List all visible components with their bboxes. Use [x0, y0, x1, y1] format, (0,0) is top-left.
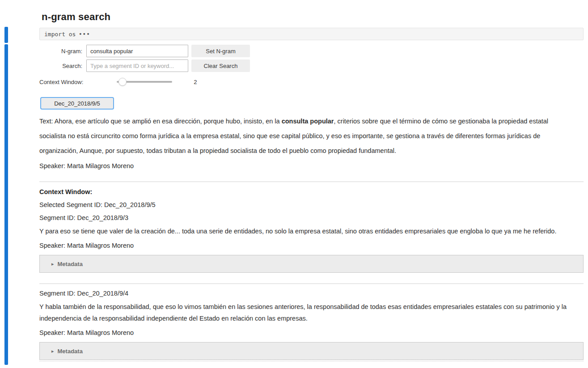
- metadata-accordion[interactable]: ▸ Metadata: [39, 255, 584, 273]
- segment-speaker: Speaker: Marta Milagros Moreno: [39, 242, 584, 249]
- ngram-label: N-gram:: [39, 48, 86, 55]
- context-segment: Segment ID: Dec_20_2018/9/4 Y habla tamb…: [39, 290, 584, 360]
- divider: [39, 182, 584, 182]
- metadata-accordion[interactable]: ▸ Metadata: [39, 342, 584, 360]
- ngram-input[interactable]: [86, 45, 188, 57]
- slider-handle[interactable]: [118, 78, 127, 86]
- result-text-prefix: Text: Ahora, ese artículo que se amplió …: [39, 118, 282, 125]
- context-window-label: Context Window:: [39, 79, 83, 85]
- metadata-accordion-label: Metadata: [58, 348, 83, 355]
- triangle-right-icon: ▸: [51, 348, 54, 354]
- search-row: Search: Clear Search: [39, 59, 584, 72]
- segment-id: Segment ID: Dec_20_2018/9/3: [39, 214, 584, 221]
- context-window-heading: Context Window:: [39, 188, 584, 195]
- divider: [39, 283, 584, 284]
- segment-id: Segment ID: Dec_20_2018/9/4: [39, 290, 584, 297]
- search-input[interactable]: [86, 59, 188, 72]
- output-cell-indicator-bar[interactable]: [4, 44, 8, 365]
- set-ngram-button[interactable]: Set N-gram: [191, 45, 250, 57]
- result-speaker: Speaker: Marta Milagros Moreno: [39, 161, 584, 171]
- widget-area: N-gram: Set N-gram Search: Clear Search …: [39, 45, 584, 364]
- context-segment: Segment ID: Dec_20_2018/9/3 Y para eso s…: [39, 214, 584, 273]
- page-title: n-gram search: [42, 11, 110, 23]
- ngram-highlight: consulta popular: [282, 118, 334, 125]
- next-cell-divider: [39, 361, 584, 364]
- metadata-accordion-label: Metadata: [58, 261, 83, 267]
- code-text: import os: [44, 31, 76, 38]
- notebook-content: import os ••• N-gram: Set N-gram Search:…: [39, 28, 584, 364]
- context-window-value: 2: [194, 79, 197, 85]
- collapsed-code-ellipsis-icon[interactable]: •••: [79, 31, 90, 37]
- search-label: Search:: [39, 63, 86, 69]
- code-cell-indicator-bar[interactable]: [4, 27, 8, 43]
- result-text: Text: Ahora, ese artículo que se amplió …: [39, 114, 571, 158]
- context-window-slider[interactable]: [117, 81, 172, 83]
- segment-text: Y para eso se tiene que valer de la crea…: [39, 225, 571, 237]
- clear-search-button[interactable]: Clear Search: [191, 59, 250, 72]
- context-window-row: Context Window: 2: [39, 76, 584, 88]
- selected-segment-id: Selected Segment ID: Dec_20_2018/9/5: [39, 201, 584, 208]
- segment-result-button[interactable]: Dec_20_2018/9/5: [40, 97, 114, 110]
- collapsed-code-cell[interactable]: import os •••: [39, 28, 584, 40]
- segment-speaker: Speaker: Marta Milagros Moreno: [39, 329, 584, 336]
- ngram-row: N-gram: Set N-gram: [39, 45, 584, 57]
- triangle-right-icon: ▸: [51, 261, 54, 267]
- segment-text: Y habla también de la responsabilidad, q…: [39, 301, 571, 324]
